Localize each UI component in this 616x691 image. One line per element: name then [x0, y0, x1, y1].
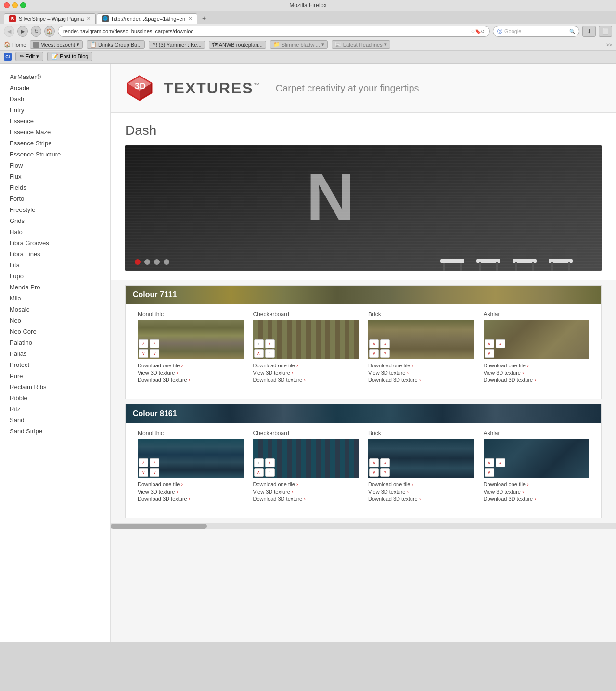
ctrl-down-left-7111-brick[interactable]: ∨	[369, 349, 379, 358]
sidebar-item-dash[interactable]: Dash	[10, 93, 101, 104]
ctrl-down-right-8161-mono[interactable]: ∨	[150, 468, 159, 477]
ctrl-down-7111-ashlar[interactable]: ∨	[485, 349, 494, 358]
ctrl-up-left-7111-ashlar[interactable]: ∧	[485, 339, 494, 348]
sidebar-item-flux[interactable]: Flux	[10, 171, 101, 182]
new-tab-button[interactable]: +	[198, 13, 210, 24]
close-button[interactable]	[4, 2, 10, 8]
ctrl-up-right-7111-brick[interactable]: ∧	[380, 339, 390, 348]
sidebar-item-palatino[interactable]: Palatino	[10, 337, 101, 348]
home-button[interactable]: 🏠	[44, 26, 55, 37]
forward-button[interactable]: ▶	[17, 26, 28, 37]
download-3d-7111-ashlar[interactable]: Download 3D texture ›	[484, 377, 590, 383]
download-3d-8161-brick[interactable]: Download 3D texture ›	[368, 496, 474, 502]
maximize-button[interactable]	[20, 2, 26, 8]
search-bar[interactable]: ⓢ Google 🔍	[493, 26, 579, 37]
sidebar-item-lupo[interactable]: Lupo	[10, 271, 101, 282]
ctrl-up-7111-checker[interactable]: ∧	[265, 339, 275, 348]
ctrl-up-left-7111-brick[interactable]: ∧	[369, 339, 379, 348]
view-3d-7111-brick[interactable]: View 3D texture ›	[368, 370, 474, 376]
view-3d-7111-ashlar[interactable]: View 3D texture ›	[484, 370, 590, 376]
ctrl-left-7111-checker[interactable]: ‹	[254, 339, 264, 348]
download-3d-7111-mono[interactable]: Download 3D texture ›	[138, 377, 244, 383]
bookmark-yammer[interactable]: Y! (3) Yammer : Ke...	[149, 41, 205, 49]
sidebar-item-protect[interactable]: Protect	[10, 359, 101, 370]
ctrl-up-right-7111-mono[interactable]: ∧	[150, 339, 159, 348]
hero-dot-1[interactable]	[135, 259, 141, 265]
ctrl-up2-8161-checker[interactable]: ∧	[254, 468, 264, 477]
sidebar-item-essence[interactable]: Essence	[10, 116, 101, 127]
ctrl-up-right-8161-ashlar[interactable]: ∧	[496, 458, 505, 467]
download-3d-8161-mono[interactable]: Download 3D texture ›	[138, 496, 244, 502]
download-tile-8161-checker[interactable]: Download one tile ›	[253, 482, 359, 487]
bookmark-latest[interactable]: 📰 Latest Headlines ▾	[332, 40, 390, 49]
bookmark-home[interactable]: 🏠 Home	[4, 41, 26, 48]
ctrl-down-left-7111-mono[interactable]: ∨	[139, 349, 148, 358]
sidebar-item-ribble[interactable]: Ribble	[10, 392, 101, 404]
ctrl-up-right-7111-ashlar[interactable]: ∧	[496, 339, 505, 348]
download-tile-8161-brick[interactable]: Download one tile ›	[368, 482, 474, 487]
sidebar-item-lita[interactable]: Lita	[10, 260, 101, 271]
download-3d-7111-checker[interactable]: Download 3D texture ›	[253, 377, 359, 383]
download-tile-8161-mono[interactable]: Download one tile ›	[138, 482, 244, 487]
view-3d-8161-ashlar[interactable]: View 3D texture ›	[484, 489, 590, 495]
sidebar-item-entry[interactable]: Entry	[10, 104, 101, 116]
sidebar-item-mila[interactable]: Mila	[10, 293, 101, 304]
download-tile-7111-brick[interactable]: Download one tile ›	[368, 363, 474, 368]
bookmark-slimme[interactable]: 📁 Slimme bladwi... ▾	[270, 40, 328, 49]
ctrl-up-right-8161-brick[interactable]: ∧	[380, 458, 390, 467]
view-3d-7111-checker[interactable]: View 3D texture ›	[253, 370, 359, 376]
download-tile-7111-mono[interactable]: Download one tile ›	[138, 363, 244, 368]
sidebar-item-arcade[interactable]: Arcade	[10, 82, 101, 93]
sidebar-item-ritz[interactable]: Ritz	[10, 404, 101, 415]
ctrl-up-left-8161-brick[interactable]: ∧	[369, 458, 379, 467]
tab-close-render[interactable]: ✕	[188, 16, 192, 21]
back-button[interactable]: ◀	[4, 26, 14, 37]
sidebar-item-mosaic[interactable]: Mosaic	[10, 304, 101, 315]
edit-button[interactable]: ✏ Edit ▾	[15, 52, 43, 61]
sidebar-item-essence-structure[interactable]: Essence Structure	[10, 149, 101, 160]
download-tile-8161-ashlar[interactable]: Download one tile ›	[484, 482, 590, 487]
sidebar-item-reclaim-ribs[interactable]: Reclaim Ribs	[10, 381, 101, 392]
sidebar-item-libra-lines[interactable]: Libra Lines	[10, 248, 101, 260]
ctrl-left-8161-checker[interactable]: ‹	[254, 458, 264, 467]
ctrl-down-right-7111-mono[interactable]: ∨	[150, 349, 159, 358]
ctrl-down-right-7111-brick[interactable]: ∨	[380, 349, 390, 358]
sidebar-item-menda-pro[interactable]: Menda Pro	[10, 282, 101, 293]
ctrl-down-8161-ashlar[interactable]: ∨	[485, 468, 494, 477]
ctrl-right-7111-checker[interactable]: ›	[265, 349, 275, 358]
sidebar-item-halo[interactable]: Halo	[10, 226, 101, 237]
download-tile-7111-ashlar[interactable]: Download one tile ›	[484, 363, 590, 368]
hero-dot-3[interactable]	[154, 259, 160, 265]
bookmark-anwb[interactable]: 🗺 ANWB routeplan...	[209, 41, 266, 49]
sidebar-item-essence-stripe[interactable]: Essence Stripe	[10, 138, 101, 149]
sidebar-item-neo[interactable]: Neo	[10, 315, 101, 326]
ctrl-up-left-8161-mono[interactable]: ∧	[139, 458, 148, 467]
ctrl-up-8161-checker[interactable]: ∧	[265, 458, 275, 467]
bookmark-drinks[interactable]: 📋 Drinks Group Bu...	[87, 40, 145, 49]
sidebar-item-airmaster[interactable]: AirMaster®	[10, 71, 101, 82]
sidebar-item-essence-maze[interactable]: Essence Maze	[10, 127, 101, 138]
bookmarks-more[interactable]: >>	[606, 42, 612, 48]
sidebar-item-forto[interactable]: Forto	[10, 193, 101, 204]
sidebar-item-grids[interactable]: Grids	[10, 215, 101, 226]
download-3d-7111-brick[interactable]: Download 3D texture ›	[368, 377, 474, 383]
ctrl-up-left-7111-mono[interactable]: ∧	[139, 339, 148, 348]
sidebar-item-freestyle[interactable]: Freestyle	[10, 204, 101, 215]
download-tile-7111-checker[interactable]: Download one tile ›	[253, 363, 359, 368]
reload-button[interactable]: ↻	[31, 26, 41, 37]
sidebar-item-fields[interactable]: Fields	[10, 182, 101, 193]
tab-silverstripe[interactable]: B SilverStripe – Wijzig Pagina ✕	[4, 13, 96, 24]
hero-dot-2[interactable]	[144, 259, 150, 265]
ctrl-right-8161-checker[interactable]: ›	[265, 468, 275, 477]
minimize-button[interactable]	[12, 2, 18, 8]
bookmark-meest[interactable]: Meest bezocht ▾	[30, 40, 83, 49]
tab-render[interactable]: 🌐 http://render...&page=1&lng=en ✕	[97, 13, 197, 24]
fullscreen-button[interactable]: ⬜	[599, 26, 612, 37]
tab-close-silverstripe[interactable]: ✕	[87, 16, 90, 21]
download-3d-8161-ashlar[interactable]: Download 3D texture ›	[484, 496, 590, 502]
downloads-button[interactable]: ⬇	[582, 26, 596, 37]
ctrl-down-left-8161-mono[interactable]: ∨	[139, 468, 148, 477]
ctrl-up2-7111-checker[interactable]: ∧	[254, 349, 264, 358]
post-to-blog-button[interactable]: 📝 Post to Blog	[47, 52, 92, 61]
sidebar-item-libra-grooves[interactable]: Libra Grooves	[10, 237, 101, 248]
